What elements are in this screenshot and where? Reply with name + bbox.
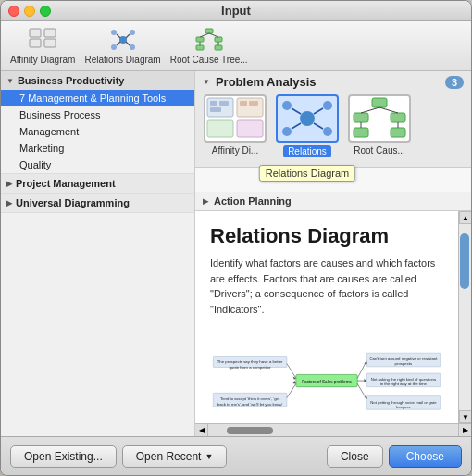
h-scroll-thumb[interactable] xyxy=(227,427,273,434)
toolbar-root-cause-label: Root Cause Tree... xyxy=(170,55,248,65)
sidebar-item-quality[interactable]: Quality xyxy=(1,157,194,173)
choose-button[interactable]: Choose xyxy=(389,445,462,468)
open-recent-button[interactable]: Open Recent ▼ xyxy=(122,445,228,468)
svg-marker-73 xyxy=(364,379,366,382)
main-content: ▼ Business Productivity 7 Management & P… xyxy=(1,71,471,436)
sidebar-item-management[interactable]: Management xyxy=(1,123,194,140)
svg-point-33 xyxy=(323,101,332,110)
svg-rect-16 xyxy=(196,45,204,50)
svg-line-46 xyxy=(379,107,398,113)
category-header: ▼ Problem Analysis 3 xyxy=(203,75,464,89)
sidebar-item-label-quality: Quality xyxy=(19,159,51,170)
expand-triangle-business: ▼ xyxy=(6,77,14,85)
svg-rect-0 xyxy=(30,29,41,37)
affinity-diagram-icon xyxy=(28,27,57,53)
open-recent-label: Open Recent xyxy=(136,450,202,463)
svg-text:Not getting through voice mail: Not getting through voice mail or gate xyxy=(370,400,437,405)
sidebar-group-header-business-productivity[interactable]: ▼ Business Productivity xyxy=(1,71,194,90)
svg-point-34 xyxy=(282,127,292,136)
scroll-up-button[interactable]: ▲ xyxy=(459,211,471,224)
category-badge: 3 xyxy=(445,76,464,89)
svg-line-68 xyxy=(287,383,296,397)
sidebar-group-project-management: ▶ Project Management xyxy=(1,174,194,194)
svg-marker-69 xyxy=(293,381,296,383)
open-existing-button[interactable]: Open Existing... xyxy=(10,445,117,468)
svg-rect-42 xyxy=(391,113,405,122)
sidebar-item-business-process[interactable]: Business Process xyxy=(1,106,194,123)
svg-text:Can't turn around negative or : Can't turn around negative or resistant xyxy=(369,357,438,361)
sidebar-item-label-business-process: Business Process xyxy=(19,109,100,120)
svg-rect-27 xyxy=(219,101,229,106)
svg-rect-15 xyxy=(215,37,222,42)
svg-rect-17 xyxy=(215,45,222,50)
preview-description: Identify what factors are causes and whi… xyxy=(210,256,443,317)
svg-line-18 xyxy=(200,33,209,37)
svg-rect-28 xyxy=(210,107,221,112)
vertical-scrollbar[interactable]: ▲ ▼ xyxy=(458,211,471,423)
scroll-left-button[interactable]: ◀ xyxy=(195,424,208,436)
maximize-window-button[interactable] xyxy=(40,6,51,17)
svg-rect-43 xyxy=(354,128,368,137)
toolbar-relations-diagram[interactable]: Relations Diagram xyxy=(84,27,160,65)
svg-text:quote from a competitor: quote from a competitor xyxy=(229,365,271,370)
toolbar-relations-label: Relations Diagram xyxy=(84,55,160,65)
svg-point-4 xyxy=(119,36,127,44)
svg-line-19 xyxy=(209,33,218,37)
sidebar-item-label-management: Management xyxy=(19,126,79,137)
diagram-thumb-root-cause[interactable]: Root Caus... xyxy=(347,94,412,157)
diagram-grid: Affinity Di... xyxy=(203,94,464,163)
sidebar-item-marketing[interactable]: Marketing xyxy=(1,140,194,157)
right-panel: ▼ Problem Analysis 3 xyxy=(195,71,471,436)
preview-title: Relations Diagram xyxy=(210,224,443,248)
sub-category-header[interactable]: ▶ Action Planning xyxy=(203,195,464,207)
category-title-text: Problem Analysis xyxy=(216,75,317,89)
sidebar-item-label-7-management: 7 Management & Planning Tools xyxy=(19,93,166,104)
svg-point-7 xyxy=(111,44,117,50)
toolbar-root-cause-tree[interactable]: Root Cause Tree... xyxy=(170,27,248,65)
category-title-row: ▼ Problem Analysis xyxy=(203,75,317,89)
svg-rect-30 xyxy=(249,101,258,106)
diagram-thumb-affinity[interactable]: Affinity Di... xyxy=(203,94,267,157)
sidebar-group-header-universal[interactable]: ▶ Universal Diagramming xyxy=(1,194,194,212)
root-cause-thumb-label: Root Caus... xyxy=(354,145,405,156)
svg-rect-2 xyxy=(44,29,56,37)
bottom-bar-left: Open Existing... Open Recent ▼ xyxy=(10,445,321,468)
svg-text:The prospects say they have a : The prospects say they have a better xyxy=(217,359,283,364)
svg-line-45 xyxy=(361,107,379,113)
svg-line-39 xyxy=(314,123,323,129)
category-section: ▼ Problem Analysis 3 xyxy=(195,71,471,168)
toolbar-affinity-label: Affinity Diagram xyxy=(10,55,75,65)
relations-diagram-icon xyxy=(108,27,138,53)
scroll-thumb[interactable] xyxy=(460,233,469,289)
svg-rect-25 xyxy=(237,120,263,137)
relations-thumb-label: Relations xyxy=(283,145,331,157)
toolbar: Affinity Diagram Relations Diagram xyxy=(1,21,471,71)
sidebar-group-label-universal: Universal Diagramming xyxy=(16,197,130,208)
svg-rect-29 xyxy=(240,101,247,106)
svg-point-5 xyxy=(111,30,117,35)
preview-panel: Relations Diagram Identify what factors … xyxy=(195,211,458,423)
toolbar-affinity-diagram[interactable]: Affinity Diagram xyxy=(10,27,75,65)
sidebar-group-label-project: Project Management xyxy=(16,178,116,189)
sidebar-item-7-management[interactable]: 7 Management & Planning Tools xyxy=(1,90,194,106)
diagram-thumb-relations[interactable]: Relations Relations Diagram xyxy=(275,94,340,157)
bottom-bar-right: Close Choose xyxy=(327,445,462,468)
sidebar-group-universal: ▶ Universal Diagramming xyxy=(1,194,194,213)
svg-line-37 xyxy=(314,108,323,114)
svg-line-11 xyxy=(117,42,120,45)
close-window-button[interactable] xyxy=(8,6,19,17)
svg-rect-3 xyxy=(44,39,56,47)
svg-rect-40 xyxy=(372,98,387,107)
sidebar-group-label-business: Business Productivity xyxy=(18,75,125,86)
svg-rect-44 xyxy=(391,128,405,137)
scroll-down-button[interactable]: ▼ xyxy=(459,410,471,423)
sidebar-group-header-project-management[interactable]: ▶ Project Management xyxy=(1,174,194,193)
svg-point-8 xyxy=(130,44,135,50)
close-button[interactable]: Close xyxy=(327,445,383,468)
svg-text:in the right way at the time: in the right way at the time xyxy=(380,382,428,386)
minimize-window-button[interactable] xyxy=(24,6,35,17)
svg-line-74 xyxy=(357,383,366,399)
scroll-right-button[interactable]: ▶ xyxy=(458,424,471,436)
main-window: Input Affinity Diagram xyxy=(0,0,472,476)
svg-rect-1 xyxy=(30,39,41,47)
